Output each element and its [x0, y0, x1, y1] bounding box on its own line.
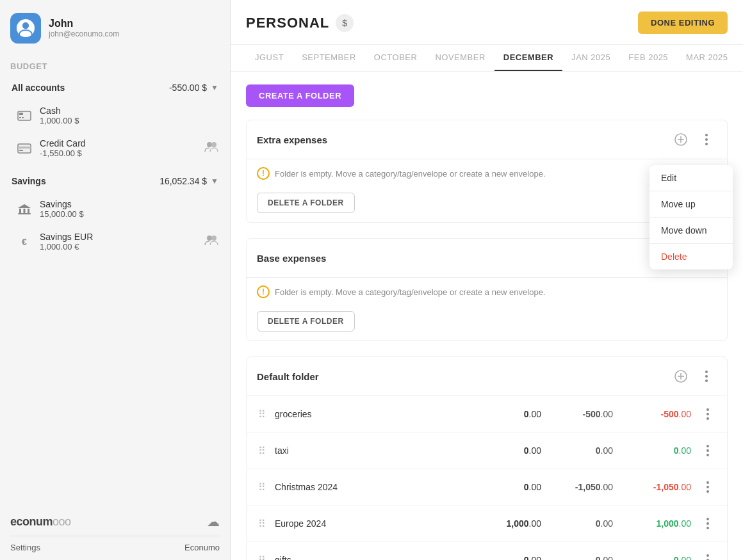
accounts-group: All accounts -550.00 $ ▼ Cash 1,000.00 $ [0, 76, 230, 164]
svg-point-21 [705, 138, 708, 141]
all-accounts-label: All accounts [12, 83, 65, 93]
folder-extra-expenses-add-button[interactable] [671, 129, 691, 150]
budget-section-label: Budget [0, 56, 230, 76]
account-item-savings-eur[interactable]: € Savings EUR 1,000.00 € [5, 225, 225, 258]
svg-point-9 [211, 142, 216, 147]
savings-eur-balance: 1,000.00 € [40, 242, 198, 252]
category-name-christmas: Christmas 2024 [275, 482, 476, 492]
savings-amount: 16,052.34 $ ▼ [159, 176, 218, 186]
svg-rect-14 [18, 213, 31, 214]
done-editing-button[interactable]: DONE EDITING [638, 12, 728, 34]
category-result-taxi: 0.00 [621, 445, 691, 456]
delete-extra-expenses-folder-button[interactable]: DELETE A FOLDER [257, 193, 355, 213]
tab-september[interactable]: SEPTEMBER [293, 45, 365, 71]
category-menu-groceries[interactable] [699, 405, 717, 423]
tab-october[interactable]: OCTOBER [365, 45, 427, 71]
drag-handle-gifts[interactable]: ⠿ [257, 554, 267, 561]
category-spent-europe: 0.00 [549, 518, 613, 529]
drag-handle-europe[interactable]: ⠿ [257, 518, 267, 530]
tab-jan2025[interactable]: JAN 2025 [562, 45, 619, 71]
category-spent-gifts: 0.00 [549, 555, 613, 560]
svg-point-35 [706, 408, 709, 411]
page-title: PERSONAL [246, 15, 329, 31]
tab-november[interactable]: NOVEMBER [426, 45, 494, 71]
svg-point-34 [705, 380, 708, 382]
account-item-cash[interactable]: Cash 1,000.00 $ [5, 99, 225, 132]
tab-jgust[interactable]: JGUST [246, 45, 293, 71]
folder-extra-expenses-actions [671, 129, 717, 150]
savings-bank-icon [15, 203, 33, 216]
tab-feb2025[interactable]: FEB 2025 [619, 45, 677, 71]
sidebar-header: John john@econumo.com [0, 0, 230, 56]
folder-default-header: Default folder [247, 357, 727, 396]
svg-point-42 [706, 486, 709, 488]
svg-point-38 [706, 445, 709, 447]
category-row-europe: ⠿ Europe 2024 1,000.00 0.00 1,000.00 [247, 506, 727, 542]
category-menu-gifts[interactable] [699, 551, 717, 560]
folder-default-menu-button[interactable] [696, 366, 717, 387]
tab-mar2025[interactable]: MAR 2025 [677, 45, 737, 71]
context-menu-move-up[interactable]: Move up [649, 191, 733, 217]
currency-badge: $ [336, 14, 354, 32]
context-menu-edit[interactable]: Edit [649, 165, 733, 191]
svg-point-45 [706, 522, 709, 525]
category-result-groceries: -500.00 [621, 409, 691, 419]
category-menu-europe[interactable] [699, 515, 717, 532]
logo-text: econumooo [10, 515, 71, 529]
svg-point-15 [207, 236, 212, 241]
svg-point-22 [705, 143, 708, 145]
svg-point-16 [211, 236, 216, 241]
svg-point-41 [706, 481, 709, 484]
category-row-christmas: ⠿ Christmas 2024 0.00 -1,050.00 -1,050.0… [247, 469, 727, 506]
svg-rect-7 [19, 150, 23, 151]
account-item-credit-card[interactable]: Credit Card -1,550.00 $ [5, 132, 225, 164]
cloud-icon[interactable]: ☁ [207, 514, 220, 529]
category-budget-gifts: 0.00 [484, 555, 541, 560]
folder-extra-expenses-header: Extra expenses [247, 120, 727, 159]
create-folder-button[interactable]: CREATE A FOLDER [246, 84, 354, 107]
svg-rect-13 [28, 209, 29, 213]
savings-chevron-icon: ▼ [211, 177, 218, 186]
savings-eur-shared-icon [204, 234, 218, 249]
settings-link[interactable]: Settings [10, 543, 40, 552]
folder-default-add-button[interactable] [671, 366, 691, 387]
user-info: John john@econumo.com [49, 18, 119, 38]
credit-card-icon [15, 142, 33, 155]
account-item-savings[interactable]: Savings 15,000.00 $ [5, 193, 225, 225]
context-menu-delete[interactable]: Delete [649, 244, 733, 269]
delete-base-expenses-folder-button[interactable]: DELETE A FOLDER [257, 311, 355, 332]
drag-handle-groceries[interactable]: ⠿ [257, 408, 267, 420]
category-budget-europe: 1,000.00 [484, 518, 541, 529]
folder-extra-expenses-menu-button[interactable] [696, 129, 717, 150]
cash-icon [15, 109, 33, 122]
context-menu-move-down[interactable]: Move down [649, 218, 733, 243]
brand-link[interactable]: Econumo [184, 543, 220, 552]
drag-handle-taxi[interactable]: ⠿ [257, 445, 267, 457]
category-menu-christmas[interactable] [699, 478, 717, 496]
all-accounts-row[interactable]: All accounts -550.00 $ ▼ [5, 76, 225, 99]
savings-label: Savings [12, 176, 46, 186]
tab-december[interactable]: DECEMBER [494, 45, 562, 71]
category-name-europe: Europe 2024 [275, 518, 476, 529]
drag-handle-christmas[interactable]: ⠿ [257, 481, 267, 493]
tab-apr2025[interactable]: APR 2025 [737, 45, 743, 71]
folder-extra-expenses-title: Extra expenses [257, 134, 327, 145]
svg-rect-3 [19, 117, 21, 118]
category-spent-groceries: -500.00 [549, 409, 613, 419]
category-result-europe: 1,000.00 [621, 518, 691, 529]
category-row-taxi: ⠿ taxi 0.00 0.00 0.00 [247, 433, 727, 469]
sidebar-footer: econumooo ☁ Settings Econumo [0, 506, 230, 560]
category-result-gifts: 0.00 [621, 555, 691, 560]
svg-rect-6 [18, 147, 31, 148]
sidebar-bottom-links: Settings Econumo [10, 536, 220, 552]
savings-account-balance: 15,000.00 $ [40, 209, 218, 219]
savings-row[interactable]: Savings 16,052.34 $ ▼ [5, 170, 225, 193]
svg-rect-11 [19, 209, 21, 213]
main-content-area: PERSONAL $ DONE EDITING JGUST SEPTEMBER … [231, 0, 743, 560]
folder-default: Default folder [246, 356, 728, 560]
svg-point-33 [705, 375, 708, 378]
svg-point-39 [706, 449, 709, 452]
credit-card-details: Credit Card -1,550.00 $ [40, 138, 198, 158]
category-menu-taxi[interactable] [699, 442, 717, 460]
warning-icon: ! [257, 167, 270, 180]
